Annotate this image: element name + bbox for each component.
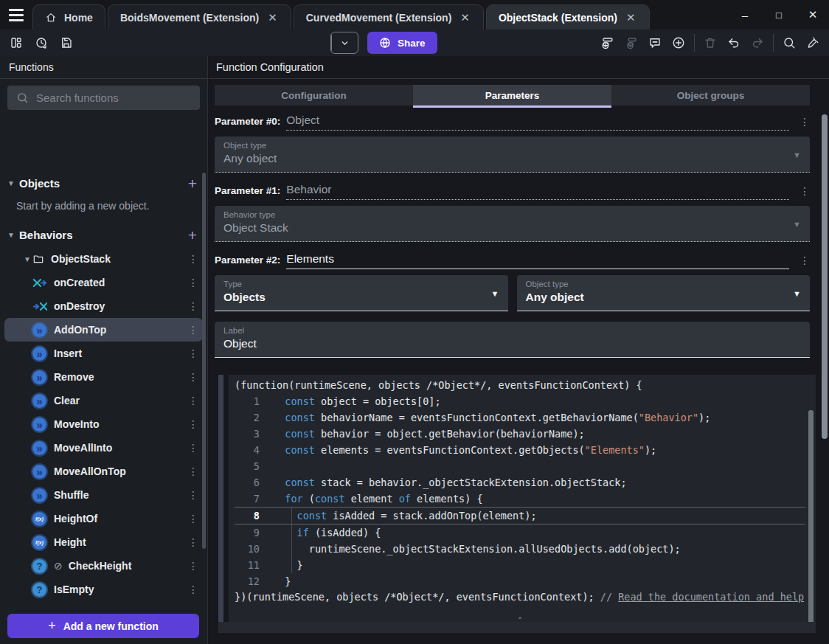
sidebar-scrollbar[interactable]	[202, 173, 206, 549]
sidebar-item-addontop[interactable]: »AddOnTop⋮	[4, 318, 203, 342]
action-gear-icon: »	[32, 418, 46, 432]
field-behavior-type[interactable]: Behavior type Object Stack ▼	[215, 206, 810, 242]
line-number: 11	[235, 557, 260, 573]
line-number: 4	[235, 442, 260, 458]
tab-object-groups[interactable]: Object groups	[611, 85, 810, 105]
code-line-12[interactable]: 12 }	[235, 573, 805, 589]
main-menu-button[interactable]	[0, 0, 32, 30]
search-icon[interactable]	[777, 32, 801, 53]
code-line-1[interactable]: 1 const object = objects[0];	[235, 393, 805, 409]
tab-objectstack-extension[interactable]: ObjectStack (Extension)✕	[486, 4, 650, 30]
sidebar-item-isempty[interactable]: ?IsEmpty⋮	[4, 578, 203, 601]
dropdown-arrow-icon: ▼	[793, 150, 801, 159]
line-number: 9	[235, 524, 260, 541]
add-objects-button[interactable]: +	[188, 176, 197, 191]
panels-icon[interactable]	[4, 32, 28, 53]
item-menu-button[interactable]: ⋮	[184, 371, 203, 383]
add-event-icon[interactable]	[596, 32, 620, 53]
add-circle-icon[interactable]	[667, 32, 690, 53]
item-menu-button[interactable]: ⋮	[184, 395, 203, 406]
search-functions-box[interactable]	[7, 86, 200, 110]
item-menu-button[interactable]: ⋮	[184, 347, 203, 359]
field-object-type[interactable]: Object type Any object ▼	[517, 275, 811, 311]
sidebar-item-clear[interactable]: »Clear⋮	[4, 389, 203, 412]
sidebar-item-moveinto[interactable]: »MoveInto⋮	[4, 412, 203, 436]
action-gear-icon: »	[32, 347, 46, 361]
field-object-type[interactable]: Object type Any object ▼	[215, 136, 810, 173]
code-line-8[interactable]: 8 const isAdded = stack.addOnTop(element…	[235, 507, 805, 524]
code-line-10[interactable]: 10 runtimeScene._objectStackExtension.al…	[235, 541, 805, 557]
item-menu-button[interactable]: ⋮	[184, 253, 203, 265]
close-tab-icon[interactable]: ✕	[625, 11, 637, 24]
item-menu-button[interactable]: ⋮	[184, 536, 203, 548]
close-button[interactable]: ✕	[807, 8, 819, 21]
tab-boidsmovement-extension[interactable]: BoidsMovement (Extension)✕	[108, 4, 291, 30]
sidebar-item-objectstack[interactable]: ▼ObjectStack⋮	[4, 247, 203, 271]
destroy-lifecycle-icon	[32, 301, 47, 312]
tab-curvedmovement-extension[interactable]: CurvedMovement (Extension)✕	[294, 4, 484, 30]
code-line-5[interactable]: 5	[235, 458, 805, 474]
sidebar-item-checkheight[interactable]: ?⊘CheckHeight⋮	[4, 554, 203, 578]
parameter-name-input[interactable]: Behavior	[286, 183, 789, 200]
code-line-2[interactable]: 2 const behaviorName = eventsFunctionCon…	[235, 409, 805, 426]
parameter-menu-button[interactable]: ⋮	[789, 185, 810, 200]
sidebar-item-shuffle[interactable]: »Shuffle⋮	[4, 483, 203, 507]
sidebar-item-height[interactable]: f(x)Height⋮	[4, 530, 203, 554]
sidebar-item-remove[interactable]: »Remove⋮	[4, 365, 203, 389]
field-label[interactable]: Label Object	[215, 322, 810, 358]
field-type[interactable]: Type Objects ▼	[215, 275, 508, 311]
code-line-7[interactable]: 7 for (const element of elements) {	[235, 491, 805, 507]
close-tab-icon[interactable]: ✕	[459, 11, 471, 24]
code-line-3[interactable]: 3 const behavior = object.getBehavior(be…	[235, 426, 805, 442]
section-header-objects[interactable]: ▼ Objects +	[0, 170, 207, 195]
item-menu-button[interactable]: ⋮	[184, 324, 203, 336]
item-menu-button[interactable]: ⋮	[184, 489, 203, 501]
item-menu-button[interactable]: ⋮	[184, 560, 203, 572]
preview-dropdown-button[interactable]	[332, 38, 358, 48]
preview-button[interactable]: Preview	[330, 32, 358, 54]
code-line-6[interactable]: 6 const stack = behavior._objectStackExt…	[235, 474, 805, 491]
save-icon[interactable]	[55, 32, 78, 53]
item-menu-button[interactable]: ⋮	[184, 513, 203, 524]
tab-parameters[interactable]: Parameters	[413, 85, 611, 105]
parameter-menu-button[interactable]: ⋮	[789, 255, 810, 269]
add-comment-icon[interactable]	[643, 32, 667, 53]
search-input[interactable]	[36, 91, 184, 104]
chevron-down-icon[interactable]: ▼	[22, 255, 32, 263]
code-line-9[interactable]: 9 if (isAdded) {	[235, 524, 805, 541]
tab-home[interactable]: Home	[32, 4, 105, 30]
add-new-function-button[interactable]: + Add a new function	[7, 614, 199, 638]
line-number: 6	[235, 474, 260, 491]
item-menu-button[interactable]: ⋮	[184, 465, 203, 477]
javascript-code-editor[interactable]: (function(runtimeScene, objects /*Object…	[229, 375, 816, 633]
item-menu-button[interactable]: ⋮	[184, 442, 203, 454]
sidebar-item-moveallinto[interactable]: »MoveAllInto⋮	[4, 436, 203, 460]
sidebar-item-heightof[interactable]: f(x)HeightOf⋮	[4, 507, 203, 530]
item-menu-button[interactable]: ⋮	[184, 418, 203, 430]
documentation-link[interactable]: Read the documentation and help	[618, 591, 804, 603]
parameter-name-input[interactable]: Elements	[286, 252, 789, 269]
maximize-button[interactable]: □	[773, 10, 785, 21]
code-line-4[interactable]: 4 const elements = eventsFunctionContext…	[235, 442, 805, 458]
section-header-behaviors[interactable]: ▼ Behaviors +	[0, 222, 207, 247]
item-menu-button[interactable]: ⋮	[184, 300, 203, 312]
sidebar-item-ondestroy[interactable]: onDestroy⋮	[4, 294, 203, 318]
share-button[interactable]: Share	[367, 32, 437, 54]
code-line-11[interactable]: 11 }	[235, 557, 805, 573]
undo-icon[interactable]	[722, 32, 746, 53]
history-icon[interactable]	[30, 32, 53, 53]
sidebar-item-moveallontop[interactable]: »MoveAllOnTop⋮	[4, 460, 203, 483]
tab-configuration[interactable]: Configuration	[215, 85, 413, 105]
code-scrollbar[interactable]	[808, 410, 814, 631]
add-behaviors-button[interactable]: +	[188, 227, 197, 243]
panel-scrollbar[interactable]	[822, 114, 828, 439]
minimize-button[interactable]: –	[739, 9, 751, 21]
close-tab-icon[interactable]: ✕	[266, 11, 279, 24]
item-menu-button[interactable]: ⋮	[184, 584, 203, 595]
parameter-name-input[interactable]: Object	[286, 114, 789, 131]
edit-icon[interactable]	[801, 32, 825, 53]
item-menu-button[interactable]: ⋮	[184, 277, 203, 288]
parameter-menu-button[interactable]: ⋮	[789, 116, 810, 131]
sidebar-item-oncreated[interactable]: onCreated⋮	[4, 271, 203, 294]
sidebar-item-insert[interactable]: »Insert⋮	[4, 342, 203, 365]
